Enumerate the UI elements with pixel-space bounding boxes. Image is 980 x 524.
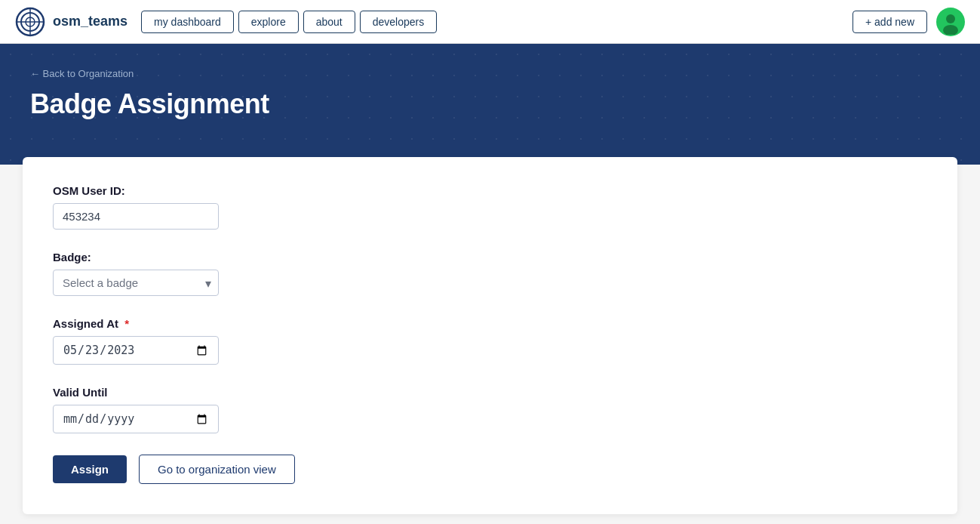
- navbar: osm_teams my dashboard explore about dev…: [0, 0, 980, 44]
- org-view-button[interactable]: Go to organization view: [139, 455, 295, 484]
- brand-name: osm_teams: [53, 14, 127, 29]
- badge-label: Badge:: [53, 251, 927, 264]
- form-card: OSM User ID: Badge: Select a badge ▾ Ass…: [23, 157, 957, 514]
- valid-until-group: Valid Until: [53, 386, 927, 433]
- nav-links: my dashboard explore about developers: [141, 11, 846, 33]
- main-content: OSM User ID: Badge: Select a badge ▾ Ass…: [0, 157, 980, 524]
- nav-my-dashboard[interactable]: my dashboard: [141, 11, 234, 33]
- assigned-at-input[interactable]: [53, 336, 219, 365]
- hero-banner: ← Back to Organization Badge Assignment: [0, 44, 980, 165]
- badge-select[interactable]: Select a badge: [53, 270, 219, 296]
- osm-user-id-input[interactable]: [53, 203, 219, 230]
- osm-user-id-label: OSM User ID:: [53, 184, 927, 197]
- logo-icon: [15, 7, 45, 37]
- back-link[interactable]: ← Back to Organization: [30, 68, 134, 79]
- badge-group: Badge: Select a badge ▾: [53, 251, 927, 296]
- nav-developers[interactable]: developers: [360, 11, 438, 33]
- required-marker: *: [124, 317, 129, 330]
- navbar-right: + add new: [853, 8, 965, 36]
- assigned-at-label: Assigned At *: [53, 317, 927, 330]
- valid-until-label: Valid Until: [53, 386, 927, 399]
- assign-button[interactable]: Assign: [53, 455, 127, 483]
- assigned-at-group: Assigned At *: [53, 317, 927, 365]
- osm-user-id-group: OSM User ID:: [53, 184, 927, 230]
- nav-explore[interactable]: explore: [238, 11, 299, 33]
- badge-select-wrapper: Select a badge ▾: [53, 270, 219, 296]
- valid-until-input[interactable]: [53, 405, 219, 433]
- nav-about[interactable]: about: [303, 11, 355, 33]
- add-new-button[interactable]: + add new: [853, 11, 927, 33]
- svg-point-6: [946, 14, 955, 23]
- form-actions: Assign Go to organization view: [53, 455, 927, 484]
- avatar-icon: [938, 9, 963, 35]
- brand-logo[interactable]: osm_teams: [15, 7, 127, 37]
- page-title: Badge Assignment: [30, 88, 950, 120]
- avatar[interactable]: [936, 8, 965, 36]
